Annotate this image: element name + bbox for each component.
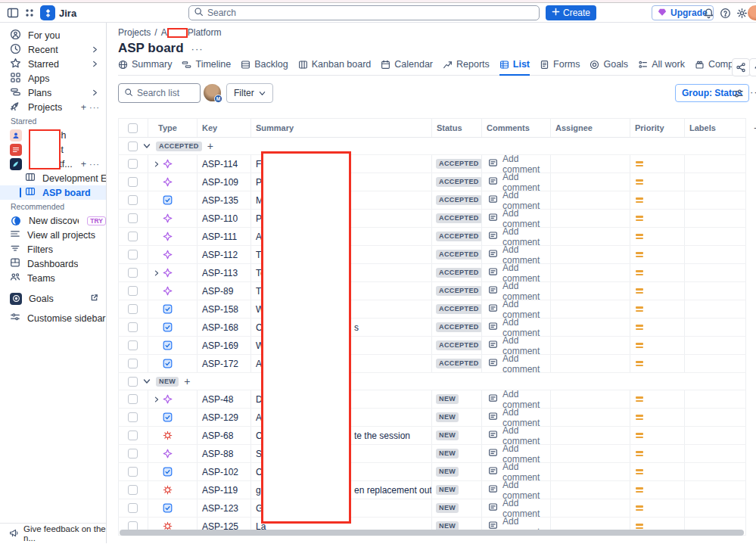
sidebar-item-new-discovery[interactable]: New discovery pr... TRY: [0, 213, 106, 228]
create-button[interactable]: Create: [546, 5, 596, 20]
assignee-cell[interactable]: [551, 300, 630, 318]
row-checkbox[interactable]: [128, 177, 138, 187]
tab-all-work[interactable]: All work: [638, 59, 685, 76]
assignee-cell[interactable]: [551, 282, 630, 300]
tab-goals[interactable]: Goals: [590, 59, 628, 76]
row-checkbox[interactable]: [128, 159, 138, 169]
row-checkbox[interactable]: [128, 340, 138, 350]
issue-key[interactable]: ASP-111: [202, 232, 237, 242]
priority-cell[interactable]: [630, 264, 685, 281]
assignee-cell[interactable]: [551, 355, 630, 372]
status-badge[interactable]: ACCEPTED: [436, 286, 482, 296]
status-badge[interactable]: ACCEPTED: [436, 359, 482, 368]
group-checkbox[interactable]: [128, 141, 138, 151]
status-badge[interactable]: ACCEPTED: [436, 340, 482, 350]
priority-cell[interactable]: [630, 499, 685, 517]
chevron-down-icon[interactable]: [143, 139, 151, 153]
labels-cell[interactable]: [685, 264, 746, 281]
expand-chevron-icon[interactable]: [154, 396, 160, 403]
sidebar-item-goals[interactable]: Goals: [0, 291, 106, 306]
expand-chevron-icon[interactable]: [154, 270, 160, 276]
assignee-cell[interactable]: [551, 155, 630, 173]
tab-summary[interactable]: Summary: [118, 59, 172, 76]
add-comment-button[interactable]: Add comment: [482, 481, 551, 499]
add-icon[interactable]: +: [81, 159, 86, 169]
row-checkbox[interactable]: [128, 232, 138, 241]
issue-row[interactable]: ASP-68 Ch te the session NEW Add comment: [118, 427, 746, 445]
priority-cell[interactable]: [630, 337, 685, 354]
issue-key[interactable]: ASP-109: [202, 177, 238, 188]
issue-key[interactable]: ASP-119: [202, 485, 238, 496]
assignee-cell[interactable]: [551, 463, 630, 480]
priority-cell[interactable]: [630, 300, 685, 318]
list-search[interactable]: [118, 83, 201, 103]
user-avatar[interactable]: [748, 5, 756, 20]
sidebar-item-projects[interactable]: Projects + ···: [0, 100, 106, 114]
issue-row[interactable]: ASP-109 Pr ACCEPTED Add comment: [118, 173, 746, 191]
labels-cell[interactable]: [685, 355, 746, 372]
row-checkbox[interactable]: [128, 250, 138, 260]
priority-cell[interactable]: [630, 155, 685, 173]
issue-key[interactable]: ASP-89: [202, 286, 233, 297]
sidebar-toggle-icon[interactable]: [6, 6, 20, 20]
status-badge[interactable]: NEW: [436, 485, 459, 495]
issue-key[interactable]: ASP-68: [202, 431, 233, 441]
tab-kanban-board[interactable]: Kanban board: [298, 59, 372, 76]
issue-key[interactable]: ASP-169: [202, 340, 238, 351]
add-comment-button[interactable]: Add comment: [482, 191, 551, 209]
horizontal-scrollbar[interactable]: [118, 529, 756, 536]
jira-logo[interactable]: [40, 5, 55, 20]
status-badge[interactable]: ACCEPTED: [436, 322, 482, 332]
sidebar-item-customise[interactable]: Customise sidebar: [0, 311, 106, 325]
sidebar-item-development-epics[interactable]: Development Epics: [0, 171, 106, 185]
column-header-summary[interactable]: Summary: [251, 119, 432, 137]
issue-row[interactable]: ASP-48 Da NEW Add comment: [118, 390, 746, 409]
labels-cell[interactable]: [685, 337, 746, 354]
column-header-assignee[interactable]: Assignee: [551, 119, 630, 137]
tab-backlog[interactable]: Backlog: [241, 59, 288, 76]
column-header-comments[interactable]: Comments: [482, 119, 551, 137]
add-comment-button[interactable]: Add comment: [482, 390, 551, 408]
add-comment-button[interactable]: Add comment: [482, 210, 551, 227]
issue-row[interactable]: ASP-110 Pe ACCEPTED Add comment: [118, 210, 746, 228]
sidebar-item-starred[interactable]: Starred: [0, 57, 106, 71]
add-comment-button[interactable]: Add comment: [482, 155, 551, 173]
breadcrumb-projects[interactable]: Projects: [118, 27, 151, 38]
issue-key[interactable]: ASP-48: [202, 394, 233, 405]
priority-cell[interactable]: [630, 210, 685, 227]
priority-cell[interactable]: [630, 173, 685, 191]
issue-row[interactable]: ASP-129 All NEW Add comment: [118, 409, 746, 427]
add-comment-button[interactable]: Add comment: [482, 282, 551, 300]
tab-forms[interactable]: Forms: [540, 59, 580, 76]
add-comment-button[interactable]: Add comment: [482, 228, 551, 245]
status-badge[interactable]: ACCEPTED: [436, 304, 482, 314]
priority-cell[interactable]: [630, 481, 685, 499]
row-checkbox[interactable]: [128, 213, 138, 223]
priority-cell[interactable]: [630, 319, 685, 336]
labels-cell[interactable]: [685, 191, 746, 209]
issue-row[interactable]: ASP-168 Ch s ACCEPTED Add comment: [118, 319, 746, 337]
issue-row[interactable]: ASP-169 Wi ACCEPTED Add comment: [118, 337, 746, 355]
add-comment-button[interactable]: Add comment: [482, 246, 551, 263]
issue-key[interactable]: ASP-88: [202, 449, 233, 459]
priority-cell[interactable]: [630, 191, 685, 209]
row-checkbox[interactable]: [128, 412, 138, 422]
app-switcher-icon[interactable]: [23, 6, 36, 20]
status-badge[interactable]: NEW: [436, 431, 459, 440]
issue-row[interactable]: ASP-88 St NEW Add comment: [118, 445, 746, 463]
assignee-cell[interactable]: [551, 191, 630, 209]
add-issue-button[interactable]: +: [184, 375, 190, 387]
issue-row[interactable]: ASP-158 Wi ACCEPTED Add comment: [118, 300, 746, 319]
scrollbar-thumb[interactable]: [120, 530, 744, 536]
labels-cell[interactable]: [685, 282, 746, 300]
issue-row[interactable]: ASP-111 A/ ACCEPTED Add comment: [118, 228, 746, 246]
row-checkbox[interactable]: [128, 359, 138, 368]
feedback-button[interactable]: Give feedback on the n...: [0, 523, 106, 543]
issue-key[interactable]: ASP-129: [202, 412, 238, 423]
toolbar-more-icon[interactable]: ···: [750, 86, 756, 98]
issue-key[interactable]: ASP-113: [202, 268, 238, 278]
issue-row[interactable]: ASP-119 ge en replacement outdated NEW A…: [118, 481, 746, 499]
issue-row[interactable]: ASP-112 Tr ACCEPTED Add comment: [118, 246, 746, 264]
labels-cell[interactable]: [685, 173, 746, 191]
add-issue-button[interactable]: +: [207, 140, 213, 152]
